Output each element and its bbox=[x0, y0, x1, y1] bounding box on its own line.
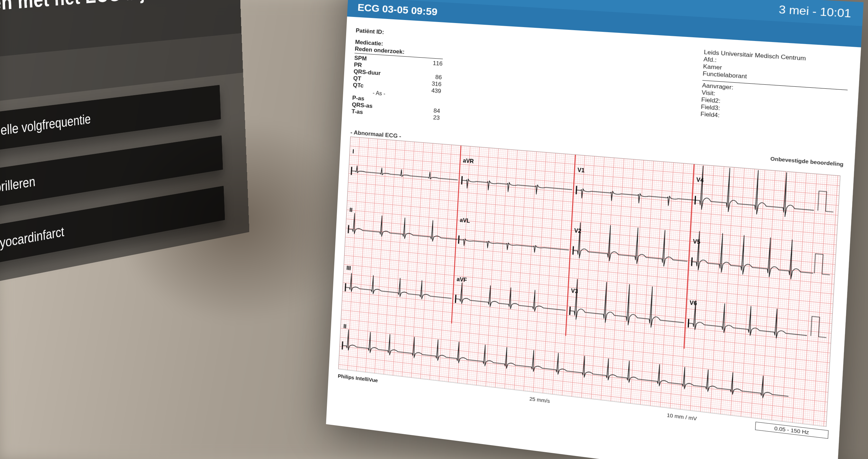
quiz-question-line1: en vergelijken met het ECG bij bbox=[0, 0, 145, 23]
svg-line-445 bbox=[344, 265, 833, 314]
svg-line-249 bbox=[822, 175, 835, 426]
svg-line-341 bbox=[342, 299, 831, 351]
dossier-timestamp: 3 mei - 10:01 bbox=[778, 3, 851, 20]
svg-line-314 bbox=[345, 250, 834, 298]
svg-line-248 bbox=[820, 175, 833, 426]
svg-line-449 bbox=[342, 301, 831, 353]
svg-text:II: II bbox=[349, 207, 353, 213]
dossier-panel: Dossier 3 mei - 10:01 ECG 03-05 09:59 Pa… bbox=[324, 0, 863, 459]
svg-text:aVF: aVF bbox=[456, 276, 467, 283]
dossier-body: Patiënt ID: Medicatie: Reden onderzoek: … bbox=[326, 17, 861, 459]
svg-line-306 bbox=[346, 235, 835, 283]
svg-line-335 bbox=[343, 288, 832, 339]
svg-line-333 bbox=[343, 285, 832, 335]
svg-line-430 bbox=[824, 176, 837, 427]
svg-line-303 bbox=[346, 230, 835, 276]
svg-line-349 bbox=[341, 314, 830, 367]
svg-text:II: II bbox=[343, 323, 347, 329]
svg-line-305 bbox=[346, 233, 835, 280]
svg-line-315 bbox=[344, 252, 834, 300]
svg-line-336 bbox=[343, 290, 832, 341]
meta-left-column: Patiënt ID: Medicatie: Reden onderzoek: … bbox=[351, 27, 503, 126]
svg-line-304 bbox=[346, 232, 835, 278]
svg-line-247 bbox=[817, 175, 831, 426]
svg-line-1 bbox=[340, 137, 353, 370]
svg-line-324 bbox=[344, 268, 833, 317]
quiz-options: brilleren met snelle volgfrequentie van … bbox=[0, 73, 250, 315]
svg-line-444 bbox=[344, 255, 834, 304]
svg-text:aVL: aVL bbox=[460, 217, 470, 224]
svg-line-338 bbox=[342, 294, 831, 345]
svg-line-447 bbox=[343, 283, 832, 333]
svg-line-340 bbox=[342, 297, 831, 349]
svg-text:aVR: aVR bbox=[463, 158, 474, 164]
quiz-panel: en vergelijken met het ECG bij name? e b… bbox=[0, 0, 257, 459]
svg-line-339 bbox=[342, 295, 831, 347]
svg-line-448 bbox=[342, 292, 831, 343]
svg-text:III: III bbox=[346, 265, 351, 271]
svg-text:I: I bbox=[352, 149, 354, 154]
svg-line-301 bbox=[346, 226, 835, 273]
meta-right-column: Leids Universitair Medisch Centrum Afd.:… bbox=[700, 49, 849, 128]
svg-line-441 bbox=[346, 228, 835, 274]
svg-line-442 bbox=[346, 237, 835, 284]
svg-text:V1: V1 bbox=[577, 167, 585, 173]
